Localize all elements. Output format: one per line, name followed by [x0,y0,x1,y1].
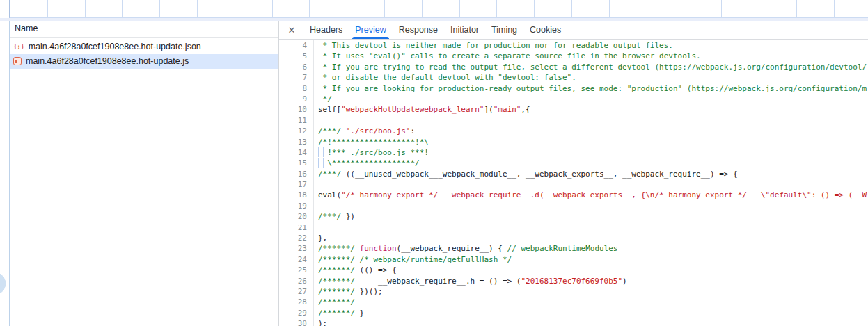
line-number: 9 [279,94,313,104]
line-number: 14 [279,147,313,158]
network-main-split: Name {:}main.4a6f28a0fcef1908e8ee.hot-up… [9,21,868,326]
line-text: eval("/* harmony export */ __webpack_req… [313,190,867,200]
page-overlay-bubble [0,272,6,295]
line-number: 29 [279,308,313,318]
file-list: {:}main.4a6f28a0fcef1908e8ee.hot-update.… [10,38,278,69]
line-number: 18 [279,190,313,200]
line-number: 11 [279,115,313,126]
code-line: 17 [279,179,868,190]
detail-tabbar: ✕ HeadersPreviewResponseInitiatorTimingC… [279,21,868,40]
code-line: 19 [279,201,868,211]
line-number: 4 [279,40,313,51]
line-number: 27 [279,286,313,297]
json-file-icon: {:} [13,42,24,50]
line-number: 24 [279,254,313,265]
line-text [313,115,318,126]
line-text [313,222,318,233]
code-line: 8 * If you are looking for production-re… [279,83,868,94]
line-text: /***/ }) [313,211,355,222]
code-line: 7 * or disable the default devtool with … [279,72,868,83]
requests-panel: Name {:}main.4a6f28a0fcef1908e8ee.hot-up… [10,21,279,326]
line-number: 20 [279,211,313,222]
line-number: 19 [279,201,313,211]
name-column-label: Name [15,24,38,33]
tab-cookies[interactable]: Cookies [523,21,567,39]
code-line: 26/******/ __webpack_require__.h = () =>… [279,276,868,286]
tab-headers[interactable]: Headers [303,21,349,39]
line-number: 12 [279,126,313,136]
js-file-icon [13,57,22,65]
detail-tabs: HeadersPreviewResponseInitiatorTimingCoo… [303,21,567,39]
code-line: 20/***/ }) [279,211,868,222]
line-text: * If you are looking for production-read… [313,83,867,94]
line-text: }, [313,233,327,243]
network-overview-timeline[interactable] [9,0,868,18]
code-line: 15\******************/ [279,158,868,168]
file-row[interactable]: main.4a6f28a0fcef1908e8ee.hot-update.js [10,54,278,70]
file-row[interactable]: {:}main.4a6f28a0fcef1908e8ee.hot-update.… [10,39,278,54]
name-column-header[interactable]: Name [10,21,278,38]
code-line: 21 [279,222,868,233]
tab-preview[interactable]: Preview [349,21,392,39]
code-line: 25/******/ (() => { [279,265,868,275]
code-line: 11 [279,115,868,126]
tab-initiator[interactable]: Initiator [444,21,485,39]
line-text: * If you are trying to read the output f… [313,62,867,72]
code-line: 18eval("/* harmony export */ __webpack_r… [279,190,868,200]
line-text: * It uses "eval()" calls to create a sep… [313,51,701,61]
code-line: 27/******/ })(); [279,286,868,297]
code-lines: 4 * This devtool is neither made for pro… [279,40,868,326]
line-text: /*!******************!*\ [313,137,429,147]
line-text: */ [313,94,332,104]
code-line: 24/******/ /* webpack/runtime/getFullHas… [279,254,868,265]
line-text: /******/ /* webpack/runtime/getFullHash … [313,254,512,265]
line-number: 17 [279,179,313,190]
line-number: 28 [279,297,313,307]
request-detail-panel: ✕ HeadersPreviewResponseInitiatorTimingC… [279,21,868,326]
line-text [313,201,318,211]
code-line: 16/***/ ((__unused_webpack___webpack_mod… [279,169,868,179]
line-text: /******/ })(); [313,286,383,297]
code-line: 10self["webpackHotUpdatewebpack_learn"](… [279,104,868,115]
close-icon[interactable]: ✕ [287,25,297,35]
code-line: 9 */ [279,94,868,104]
line-text: /******/ (() => { [313,265,397,275]
line-text: self["webpackHotUpdatewebpack_learn"]("m… [313,104,530,115]
code-line: 22}, [279,233,868,243]
file-name: main.4a6f28a0fcef1908e8ee.hot-update.jso… [29,42,201,51]
code-line: 5 * It uses "eval()" calls to create a s… [279,51,868,61]
line-number: 13 [279,137,313,147]
code-line: 12/***/ "./src/boo.js": [279,126,868,136]
line-text: /******/ function(__webpack_require__) {… [313,243,618,254]
code-line: 4 * This devtool is neither made for pro… [279,40,868,51]
line-number: 15 [279,158,313,168]
code-line: 28/******/ [279,297,868,307]
line-text: * or disable the default devtool with "d… [313,72,576,83]
tab-timing[interactable]: Timing [485,21,523,39]
line-number: 5 [279,51,313,61]
line-number: 6 [279,62,313,72]
line-number: 23 [279,243,313,254]
preview-code-viewer[interactable]: 4 * This devtool is neither made for pro… [279,40,868,326]
line-text: /******/ [313,297,355,307]
line-text: /******/ __webpack_require__.h = () => (… [313,276,627,286]
line-number: 25 [279,265,313,275]
line-number: 8 [279,83,313,94]
indent-guide [318,147,323,157]
code-line: 30); [279,318,868,326]
code-line: 6 * If you are trying to read the output… [279,62,868,72]
line-number: 26 [279,276,313,286]
code-line: 29/******/ } [279,308,868,318]
line-number: 21 [279,222,313,233]
line-text: * This devtool is neither made for produ… [313,40,673,51]
devtools-network-panel: Name {:}main.4a6f28a0fcef1908e8ee.hot-up… [0,0,868,326]
line-text: !*** ./src/boo.js ***! [313,147,429,158]
code-line: 23/******/ function(__webpack_require__)… [279,243,868,254]
line-text: \******************/ [313,158,420,168]
line-number: 16 [279,169,313,179]
indent-guide [318,158,323,168]
tab-response[interactable]: Response [393,21,444,39]
gutter-divider [313,40,314,326]
file-name: main.4a6f28a0fcef1908e8ee.hot-update.js [26,56,189,66]
code-line: 13/*!******************!*\ [279,137,868,147]
